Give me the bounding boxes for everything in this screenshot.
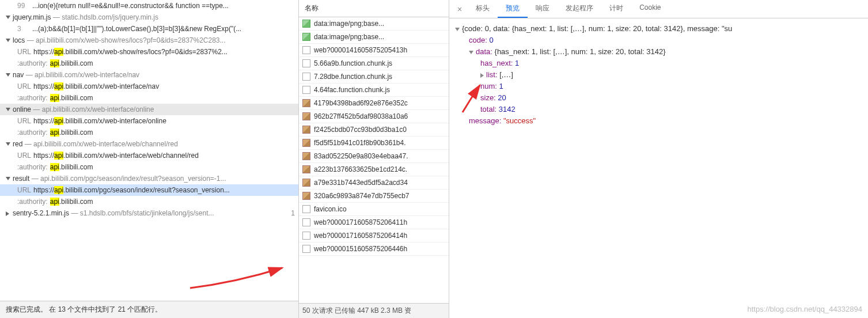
document-icon — [302, 218, 310, 226]
tab-timing[interactable]: 计时 — [601, 0, 631, 18]
request-row[interactable]: 83ad052250e9a803e4ebaa47. — [299, 150, 449, 163]
expand-toggle-icon[interactable] — [469, 51, 473, 54]
image-icon — [302, 112, 310, 120]
search-result-match[interactable]: URLhttps://api.bilibili.com/x/web-interf… — [0, 115, 298, 127]
chevron-down-icon[interactable] — [6, 16, 10, 19]
request-row[interactable]: a79e331b7443ed5df5a2acd34 — [299, 176, 449, 190]
image-icon — [302, 152, 310, 160]
document-icon — [302, 59, 310, 67]
request-row[interactable]: data:image/png;base... — [299, 31, 449, 44]
search-result-file[interactable]: jquery.min.js — static.hdslb.com/js/jque… — [0, 12, 298, 23]
request-row[interactable]: 962b27ff452b5daf98038a10a6 — [299, 110, 449, 123]
response-tabs: × 标头预览响应发起程序计时Cookie — [449, 0, 868, 18]
request-row[interactable]: 5.66a9b.function.chunk.js — [299, 57, 449, 70]
search-result-match[interactable]: :authority:api.bilibili.com — [0, 161, 298, 173]
image-icon — [302, 192, 310, 200]
search-results-list: 99...ion(e){return null!=e&&null!=e.cons… — [0, 0, 298, 301]
json-preview[interactable]: {code: 0, data: {has_next: 1, list: [,…]… — [449, 18, 868, 318]
document-icon — [302, 232, 310, 240]
search-result-match[interactable]: 3...(a);b&&(b[1]=(b[1]||"").toLowerCase(… — [0, 23, 298, 35]
search-result-match[interactable]: :authority:api.bilibili.com — [0, 127, 298, 138]
response-panel: × 标头预览响应发起程序计时Cookie {code: 0, data: {ha… — [449, 0, 868, 318]
request-list: data:image/png;base...data:image/png;bas… — [299, 17, 449, 303]
request-row[interactable]: favicon.ico — [299, 203, 449, 216]
request-row[interactable]: web?0000151605875206446h — [299, 243, 449, 256]
column-header-name[interactable]: 名称 — [299, 0, 449, 17]
document-icon — [302, 73, 310, 81]
close-icon[interactable]: × — [452, 5, 468, 14]
tab-initiator[interactable]: 发起程序 — [558, 0, 601, 18]
chevron-down-icon[interactable] — [6, 142, 10, 146]
document-icon — [302, 86, 310, 94]
tab-cookies[interactable]: Cookie — [631, 0, 669, 18]
watermark: https://blog.csdn.net/qq_44332894 — [748, 305, 863, 313]
request-row[interactable]: data:image/png;base... — [299, 17, 449, 31]
document-icon — [302, 245, 310, 253]
expand-toggle-icon[interactable] — [480, 73, 484, 78]
search-result-file[interactable]: nav — api.bilibili.com/x/web-interface/n… — [0, 69, 298, 81]
request-row[interactable]: web?0000171605875206411h — [299, 216, 449, 229]
request-row[interactable]: web?0000171605875206414h — [299, 229, 449, 243]
document-icon — [302, 205, 310, 213]
network-requests-panel: 名称 data:image/png;base...data:image/png;… — [299, 0, 449, 318]
line-number: 99 — [17, 2, 26, 10]
tab-headers[interactable]: 标头 — [468, 0, 498, 18]
search-panel: 99...ion(e){return null!=e&&null!=e.cons… — [0, 0, 299, 318]
image-icon — [302, 20, 310, 28]
search-result-file[interactable]: locs — api.bilibili.com/x/web-show/res/l… — [0, 35, 298, 46]
request-row[interactable]: a223b1376633625be1cd214c. — [299, 163, 449, 176]
chevron-down-icon[interactable] — [6, 39, 10, 42]
image-icon — [302, 126, 310, 134]
search-status-bar: 搜索已完成。 在 13 个文件中找到了 21 个匹配行。 — [0, 301, 298, 318]
request-row[interactable]: web?0000141605875205413h — [299, 44, 449, 57]
request-row[interactable]: f5d5f51b941c01f8b90b361b4. — [299, 137, 449, 150]
request-row[interactable]: 4179b4398bad6f92e876e352c — [299, 97, 449, 110]
image-icon — [302, 99, 310, 107]
search-result-match[interactable]: URLhttps://api.bilibili.com/x/web-interf… — [0, 150, 298, 161]
search-result-file[interactable]: online — api.bilibili.com/x/web-interfac… — [0, 104, 298, 115]
search-result-line[interactable]: 99...ion(e){return null!=e&&null!=e.cons… — [0, 0, 298, 12]
search-result-match[interactable]: :authority:api.bilibili.com — [0, 196, 298, 207]
request-row[interactable]: 4.64fac.function.chunk.js — [299, 84, 449, 97]
search-result-match[interactable]: :authority:api.bilibili.com — [0, 58, 298, 69]
chevron-down-icon[interactable] — [6, 73, 10, 77]
image-icon — [302, 139, 310, 147]
network-summary: 50 次请求 已传输 447 kB 2.3 MB 资 — [299, 303, 449, 318]
request-row[interactable]: 320a6c9893a874e7db755ecb7 — [299, 190, 449, 203]
search-result-match[interactable]: URLhttps://api.bilibili.com/x/web-show/r… — [0, 46, 298, 58]
search-result-file[interactable]: red — api.bilibili.com/x/web-interface/w… — [0, 138, 298, 150]
expand-toggle-icon[interactable] — [455, 28, 460, 31]
request-row[interactable]: 7.28dbe.function.chunk.js — [299, 70, 449, 84]
search-result-file[interactable]: sentry-5.2.1.min.js — s1.hdslb.com/bfs/s… — [0, 207, 298, 219]
document-icon — [302, 46, 310, 54]
chevron-down-icon[interactable] — [6, 177, 10, 180]
chevron-down-icon[interactable] — [6, 108, 10, 111]
tab-response[interactable]: 响应 — [528, 0, 558, 18]
search-result-file[interactable]: result — api.bilibili.com/pgc/season/ind… — [0, 173, 298, 184]
search-result-match[interactable]: URLhttps://api.bilibili.com/x/web-interf… — [0, 81, 298, 92]
image-icon — [302, 33, 310, 41]
tab-preview[interactable]: 预览 — [498, 0, 528, 18]
chevron-right-icon[interactable] — [6, 211, 9, 216]
search-result-match[interactable]: :authority:api.bilibili.com — [0, 92, 298, 104]
search-result-match[interactable]: URLhttps://api.bilibili.com/pgc/season/i… — [0, 184, 298, 196]
request-row[interactable]: f2425cbdb07cc93bd0d3ba1c0 — [299, 123, 449, 137]
image-icon — [302, 165, 310, 173]
image-icon — [302, 179, 310, 187]
